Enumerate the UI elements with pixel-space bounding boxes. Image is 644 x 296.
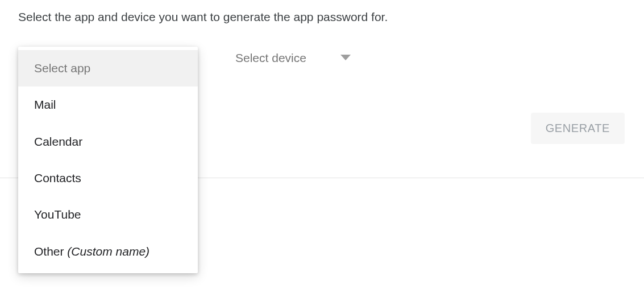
select-app-menu: Select app Mail Calendar Contacts YouTub… xyxy=(18,47,198,273)
select-app-option-other-suffix: (Custom name) xyxy=(67,245,149,258)
instruction-text: Select the app and device you want to ge… xyxy=(18,10,626,24)
select-device-placeholder: Select device xyxy=(235,51,306,65)
generate-button[interactable]: GENERATE xyxy=(531,113,625,144)
select-app-option-mail[interactable]: Mail xyxy=(18,87,198,123)
select-app-option-other[interactable]: Other (Custom name) xyxy=(18,233,198,270)
select-app-option-calendar[interactable]: Calendar xyxy=(18,124,198,160)
select-device-dropdown[interactable]: Select device xyxy=(235,47,351,68)
select-app-placeholder-item[interactable]: Select app xyxy=(18,50,198,87)
chevron-down-icon xyxy=(340,55,351,61)
select-app-option-contacts[interactable]: Contacts xyxy=(18,160,198,196)
select-app-option-other-label: Other xyxy=(34,245,67,258)
select-app-option-youtube[interactable]: YouTube xyxy=(18,196,198,233)
svg-marker-0 xyxy=(340,55,351,60)
